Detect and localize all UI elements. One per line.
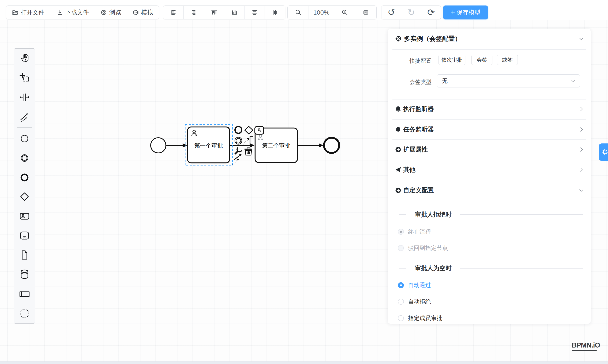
append-task-entry[interactable] (255, 127, 264, 134)
save-model-button[interactable]: + 保存模型 (443, 5, 488, 19)
section-label: 其他 (403, 166, 415, 174)
download-file-button[interactable]: 下载文件 (50, 6, 95, 19)
section-extension-properties[interactable]: 扩展属性 (388, 143, 591, 157)
section-task-listeners[interactable]: 任务监听器 (388, 122, 591, 137)
undo-button[interactable]: ↺ (382, 6, 401, 19)
create-data-store[interactable] (19, 269, 30, 280)
hand-icon (19, 52, 30, 64)
bpmn-editor: 打开文件 下载文件 浏览 模拟 (0, 0, 608, 364)
fit-view-icon (362, 9, 370, 16)
plus-icon: + (451, 8, 455, 16)
align-vertical-center-button[interactable] (245, 6, 265, 19)
radio-assign-member[interactable]: 指定成员审批 (398, 314, 442, 322)
quick-option-sequential[interactable]: 依次审批 (438, 55, 465, 65)
quick-option-orsign[interactable]: 或签 (497, 55, 518, 65)
save-model-label: 保存模型 (457, 8, 480, 16)
align-right-button[interactable] (184, 6, 204, 19)
create-subprocess[interactable] (19, 230, 30, 241)
section-execution-listeners[interactable]: 执行监听器 (388, 102, 591, 116)
bottom-strip (0, 362, 608, 364)
radio-label: 指定成员审批 (408, 314, 442, 322)
radio-icon (398, 229, 404, 235)
hand-tool[interactable] (19, 52, 30, 64)
zoom-out-button[interactable] (288, 6, 309, 19)
append-intermediate-event-entry[interactable] (235, 137, 242, 144)
align-toolbar-group (163, 5, 285, 19)
align-horizontal-center-button[interactable] (265, 6, 285, 19)
gateway-icon (19, 191, 30, 202)
radio-label: 驳回到指定节点 (408, 244, 448, 252)
delete-entry[interactable] (245, 148, 252, 155)
append-text-annotation-entry[interactable] (250, 137, 253, 145)
lasso-tool[interactable] (19, 72, 30, 83)
sign-type-value: 无 (442, 77, 448, 85)
task-first-approval[interactable]: 第一个审批 (188, 127, 229, 163)
watermark-underline (572, 350, 596, 351)
create-start-event[interactable] (19, 133, 30, 144)
history-toolbar-group: ↺ ↻ ⟳ (381, 5, 441, 19)
section-other[interactable]: 其他 (388, 163, 591, 177)
append-end-event-entry[interactable] (235, 127, 242, 133)
start-event-icon (19, 133, 30, 144)
start-event-shape[interactable] (151, 138, 166, 153)
create-participant[interactable] (19, 288, 30, 300)
gear-icon (601, 148, 608, 156)
divider (392, 49, 586, 50)
task2-label: 第二个审批 (262, 143, 291, 149)
zoom-in-button[interactable] (334, 6, 355, 19)
create-gateway[interactable] (19, 191, 30, 202)
preview-button[interactable]: 浏览 (95, 6, 126, 19)
connect-icon (19, 111, 30, 123)
section-label: 扩展属性 (403, 145, 428, 154)
empty-title: 审批人为空时 (415, 264, 452, 273)
reset-zoom-button[interactable] (355, 6, 376, 19)
bell-icon (395, 106, 401, 112)
radio-auto-reject[interactable]: 自动拒绝 (398, 298, 431, 306)
create-intermediate-event[interactable] (19, 152, 30, 164)
create-data-object[interactable] (19, 249, 30, 261)
bpmn-io-watermark[interactable]: BPMN.iO (572, 341, 596, 351)
sign-type-select[interactable]: 无 (437, 74, 580, 88)
space-tool[interactable] (19, 91, 30, 103)
open-file-button[interactable]: 打开文件 (6, 6, 50, 19)
chevron-down-icon[interactable] (578, 36, 584, 42)
refresh-button[interactable]: ⟳ (421, 6, 441, 19)
quick-option-countersign[interactable]: 会签 (472, 55, 492, 65)
sign-type-label: 会签类型 (388, 78, 432, 86)
zoom-out-icon (295, 9, 302, 16)
simulate-button[interactable]: 模拟 (126, 6, 159, 19)
reject-section-divider: 审批人拒绝时 (399, 210, 583, 219)
radio-icon (398, 245, 404, 251)
file-toolbar-group: 打开文件 下载文件 浏览 模拟 (6, 5, 159, 19)
plus-circle-icon (395, 146, 401, 153)
align-top-button[interactable] (204, 6, 224, 19)
send-icon (395, 167, 401, 173)
create-end-event[interactable] (19, 172, 30, 183)
radio-return-to-node[interactable]: 驳回到指定节点 (398, 244, 448, 252)
radio-terminate-process[interactable]: 终止流程 (398, 228, 431, 236)
radio-auto-pass[interactable]: 自动通过 (398, 281, 431, 289)
multi-instance-header[interactable]: 多实例（会签配置） (395, 33, 585, 44)
create-user-task[interactable] (19, 210, 30, 222)
global-connect-tool[interactable] (19, 111, 30, 123)
panel-title: 多实例（会签配置） (404, 34, 461, 43)
align-left-button[interactable] (163, 6, 184, 19)
radio-label: 自动拒绝 (408, 298, 431, 305)
preview-label: 浏览 (109, 8, 121, 16)
chevron-right-icon (578, 167, 584, 173)
zoom-in-icon (341, 9, 348, 16)
end-event-shape[interactable] (324, 138, 339, 153)
reject-title: 审批人拒绝时 (415, 210, 452, 219)
create-group[interactable] (19, 308, 30, 319)
redo-button[interactable]: ↻ (401, 6, 421, 19)
download-file-label: 下载文件 (65, 8, 89, 16)
align-bottom-button[interactable] (224, 6, 245, 19)
zoom-level-display: 100% (309, 6, 334, 19)
space-tool-icon (19, 91, 30, 103)
section-custom-config[interactable]: 自定义配置 (388, 183, 591, 197)
user-task-icon (19, 210, 30, 222)
settings-tab[interactable] (599, 143, 608, 161)
preview-icon (100, 9, 107, 16)
lasso-icon (19, 72, 30, 83)
section-label: 执行监听器 (403, 105, 434, 113)
